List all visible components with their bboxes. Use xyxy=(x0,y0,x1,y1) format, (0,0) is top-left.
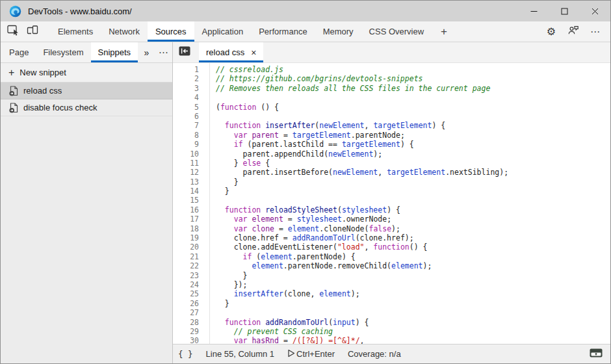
navigator-tabs: PageFilesystemSnippets xyxy=(2,42,138,62)
line-number[interactable]: 9 xyxy=(173,140,199,149)
code-line[interactable] xyxy=(216,196,610,205)
code-line[interactable]: // Removes then reloads all the CSS file… xyxy=(216,84,610,93)
minimize-button[interactable] xyxy=(519,1,549,21)
line-number[interactable]: 10 xyxy=(173,150,199,159)
code-line[interactable]: // https://github.com/bgrins/devtools-sn… xyxy=(216,74,610,83)
devtools-toolbar: ElementsNetworkSourcesApplicationPerform… xyxy=(1,21,610,42)
line-number[interactable]: 11 xyxy=(173,159,199,168)
line-number[interactable]: 28 xyxy=(173,318,199,327)
code-line[interactable]: element.parentNode.removeChild(element); xyxy=(216,261,610,270)
code-line[interactable]: insertAfter(clone, element); xyxy=(216,289,610,298)
tab-css-overview[interactable]: CSS Overview xyxy=(361,21,432,42)
code-line[interactable]: // cssreload.js xyxy=(216,65,610,74)
code-line[interactable]: clone.addEventListener("load", function(… xyxy=(216,242,610,252)
code-line[interactable]: var element = stylesheet.ownerNode; xyxy=(216,214,610,224)
line-number[interactable]: 6 xyxy=(173,112,199,121)
line-number[interactable]: 19 xyxy=(173,233,199,242)
pretty-print-button[interactable]: { } xyxy=(178,349,193,359)
device-toolbar-button[interactable] xyxy=(23,21,42,42)
code-line[interactable]: (function () { xyxy=(216,103,610,112)
code-line[interactable]: parent.appendChild(newElement); xyxy=(216,150,610,159)
coverage-status: Coverage: n/a xyxy=(348,349,401,359)
line-number[interactable]: 26 xyxy=(173,299,199,308)
tab-performance[interactable]: Performance xyxy=(251,21,315,42)
code-line[interactable]: if (parent.lastChild == targetElement) { xyxy=(216,140,610,149)
close-button[interactable] xyxy=(580,1,610,21)
code-line[interactable]: } xyxy=(216,187,610,196)
line-number[interactable]: 5 xyxy=(173,103,199,112)
line-number[interactable]: 2 xyxy=(173,74,199,83)
more-tools-button[interactable]: + xyxy=(432,21,456,42)
code-line[interactable]: parent.insertBefore(newElement, targetEl… xyxy=(216,168,610,177)
settings-button[interactable]: ⚙ xyxy=(541,25,561,38)
code-line[interactable] xyxy=(216,308,610,317)
line-number[interactable]: 20 xyxy=(173,242,199,252)
navigator-more-button[interactable]: ⋯ xyxy=(155,42,172,62)
editor-status-bar: { } Line 55, Column 1 Ctrl+Enter Coverag… xyxy=(173,344,610,363)
more-options-button[interactable]: ⋯ xyxy=(586,26,605,38)
code-line[interactable]: } xyxy=(216,271,610,280)
line-number[interactable]: 24 xyxy=(173,280,199,289)
code-line[interactable]: } xyxy=(216,177,610,187)
code-line[interactable]: var parent = targetElement.parentNode; xyxy=(216,131,610,140)
line-number[interactable]: 8 xyxy=(173,131,199,140)
close-tab-icon[interactable]: × xyxy=(251,48,256,57)
code-line[interactable]: function addRandomToUrl(input) { xyxy=(216,318,610,327)
snippet-name: reload css xyxy=(23,86,62,96)
code-line[interactable]: } else { xyxy=(216,159,610,168)
tab-memory[interactable]: Memory xyxy=(315,21,361,42)
code-line[interactable]: function insertAfter(newElement, targetE… xyxy=(216,121,610,130)
line-number[interactable]: 15 xyxy=(173,196,199,205)
line-number[interactable]: 17 xyxy=(173,214,199,224)
line-number-gutter: 1234567891011121314151617181920212223242… xyxy=(173,63,210,344)
line-number[interactable]: 27 xyxy=(173,308,199,317)
line-number[interactable]: 21 xyxy=(173,252,199,261)
code-line[interactable] xyxy=(216,93,610,102)
code-line[interactable]: var clone = element.cloneNode(false); xyxy=(216,224,610,233)
chevron-double-right-icon: » xyxy=(144,47,149,58)
window-title: DevTools - www.baidu.com/ xyxy=(28,6,132,16)
code-line[interactable]: clone.href = addRandomToUrl(clone.href); xyxy=(216,233,610,242)
line-number[interactable]: 4 xyxy=(173,93,199,102)
line-number[interactable]: 7 xyxy=(173,121,199,130)
tab-overflow-button[interactable]: » xyxy=(138,42,155,62)
editor-tab-reload-css[interactable]: reload css × xyxy=(199,42,263,62)
code-line[interactable] xyxy=(216,112,610,121)
tab-network[interactable]: Network xyxy=(101,21,148,42)
line-number[interactable]: 14 xyxy=(173,187,199,196)
line-number[interactable]: 12 xyxy=(173,168,199,177)
maximize-button[interactable] xyxy=(549,1,580,21)
navigator-toggle-button[interactable] xyxy=(173,42,196,62)
line-number[interactable]: 22 xyxy=(173,261,199,270)
code-line[interactable]: function reloadStyleSheet(stylesheet) { xyxy=(216,205,610,214)
line-number[interactable]: 16 xyxy=(173,205,199,214)
tab-sources[interactable]: Sources xyxy=(148,21,194,42)
line-number[interactable]: 25 xyxy=(173,289,199,298)
line-number[interactable]: 30 xyxy=(173,336,199,344)
code-line[interactable]: var hasRnd = /([?&])_=[^&]*/, xyxy=(216,336,610,344)
code-editor[interactable]: 1234567891011121314151617181920212223242… xyxy=(173,63,610,344)
inspect-element-button[interactable] xyxy=(3,21,23,42)
line-number[interactable]: 13 xyxy=(173,177,199,187)
snippet-item-disable-focus-check[interactable]: disable focus check xyxy=(1,99,172,116)
feedback-button[interactable] xyxy=(564,25,583,38)
line-number[interactable]: 23 xyxy=(173,271,199,280)
code-line[interactable]: // prevent CSS caching xyxy=(216,327,610,336)
line-number[interactable]: 18 xyxy=(173,224,199,233)
line-number[interactable]: 29 xyxy=(173,327,199,336)
line-number[interactable]: 3 xyxy=(173,84,199,93)
code-line[interactable]: if (element.parentNode) { xyxy=(216,252,610,261)
navigator-tab-page[interactable]: Page xyxy=(2,42,36,62)
code-line[interactable]: } xyxy=(216,299,610,308)
line-number[interactable]: 1 xyxy=(173,65,199,74)
navigator-tab-filesystem[interactable]: Filesystem xyxy=(36,42,90,62)
tab-application[interactable]: Application xyxy=(194,21,252,42)
drawer-toggle-button[interactable] xyxy=(590,348,603,359)
snippet-list: reload css disable focus check xyxy=(1,83,172,116)
code-line[interactable]: }); xyxy=(216,280,610,289)
new-snippet-button[interactable]: + New snippet xyxy=(1,63,172,83)
snippet-item-reload-css[interactable]: reload css xyxy=(1,83,172,99)
tab-elements[interactable]: Elements xyxy=(50,21,101,42)
navigator-sidebar: PageFilesystemSnippets » ⋯ + New snippet… xyxy=(1,42,173,363)
navigator-tab-snippets[interactable]: Snippets xyxy=(91,42,138,62)
